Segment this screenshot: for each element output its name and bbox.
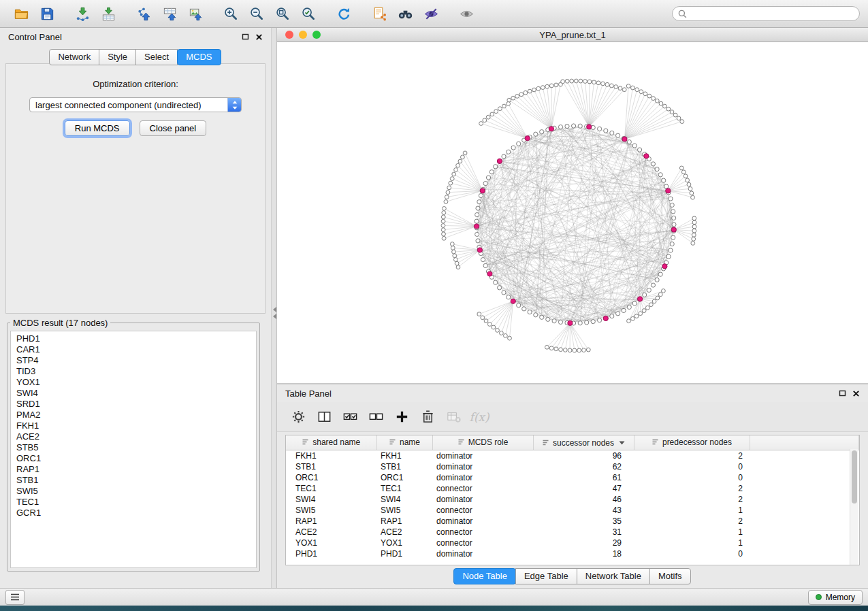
tab-network-table[interactable]: Network Table bbox=[577, 568, 650, 584]
table-cell[interactable]: 2 bbox=[634, 483, 750, 494]
network-leaf-node[interactable] bbox=[483, 118, 487, 122]
network-leaf-node[interactable] bbox=[573, 348, 577, 352]
table-cell[interactable]: 31 bbox=[533, 527, 634, 538]
table-cell[interactable]: ACE2 bbox=[376, 527, 432, 538]
network-leaf-node[interactable] bbox=[692, 225, 696, 229]
network-node[interactable] bbox=[638, 148, 642, 152]
network-leaf-node[interactable] bbox=[515, 95, 519, 99]
float-panel-icon[interactable] bbox=[241, 33, 249, 41]
table-cell[interactable]: dominator bbox=[432, 450, 533, 462]
network-leaf-node[interactable] bbox=[639, 90, 643, 94]
network-node[interactable] bbox=[522, 307, 526, 311]
network-leaf-node[interactable] bbox=[484, 319, 488, 323]
table-cell[interactable]: PHD1 bbox=[376, 548, 432, 559]
table-cell[interactable]: SWI4 bbox=[376, 494, 432, 505]
network-leaf-node[interactable] bbox=[659, 101, 663, 105]
network-leaf-node[interactable] bbox=[442, 236, 446, 240]
hide-selected-button[interactable] bbox=[420, 3, 442, 24]
network-node[interactable] bbox=[647, 288, 651, 292]
mcds-result-item[interactable]: PMA2 bbox=[16, 410, 251, 420]
mcds-result-item[interactable]: TEC1 bbox=[16, 497, 251, 508]
network-leaf-node[interactable] bbox=[532, 88, 536, 92]
table-cell[interactable]: dominator bbox=[432, 548, 533, 559]
network-hub-node[interactable] bbox=[671, 227, 676, 232]
network-node[interactable] bbox=[672, 222, 676, 227]
mcds-result-item[interactable]: GCR1 bbox=[16, 508, 251, 518]
network-leaf-node[interactable] bbox=[454, 168, 458, 172]
network-node[interactable] bbox=[476, 206, 480, 210]
table-cell[interactable]: 47 bbox=[533, 483, 634, 494]
network-hub-node[interactable] bbox=[477, 248, 482, 252]
network-leaf-node[interactable] bbox=[447, 186, 451, 190]
table-row[interactable]: YOX1YOX1connector291 bbox=[286, 538, 859, 548]
network-leaf-node[interactable] bbox=[614, 85, 618, 89]
table-row[interactable]: STB1STB1dominator620 bbox=[286, 461, 859, 472]
network-leaf-node[interactable] bbox=[645, 306, 649, 310]
search-input[interactable] bbox=[690, 8, 854, 19]
mcds-result-item[interactable]: STP4 bbox=[16, 355, 251, 366]
network-leaf-node[interactable] bbox=[461, 155, 465, 159]
float-table-panel-icon[interactable] bbox=[838, 389, 846, 397]
mcds-result-item[interactable]: RAP1 bbox=[16, 464, 251, 475]
table-cell[interactable]: RAP1 bbox=[286, 516, 376, 527]
network-node[interactable] bbox=[477, 200, 481, 204]
network-leaf-node[interactable] bbox=[561, 80, 565, 84]
network-leaf-node[interactable] bbox=[679, 166, 684, 170]
delete-columns-button[interactable] bbox=[416, 407, 439, 427]
network-leaf-node[interactable] bbox=[441, 219, 445, 223]
network-leaf-node[interactable] bbox=[549, 84, 553, 88]
network-graph[interactable] bbox=[277, 42, 868, 383]
table-row[interactable]: SWI5SWI5connector431 bbox=[286, 505, 859, 516]
network-node[interactable] bbox=[552, 319, 556, 323]
network-node[interactable] bbox=[502, 291, 506, 295]
table-cell[interactable]: 2 bbox=[634, 450, 750, 462]
network-node[interactable] bbox=[598, 127, 602, 131]
network-leaf-node[interactable] bbox=[549, 346, 553, 350]
network-node[interactable] bbox=[540, 315, 544, 319]
network-leaf-node[interactable] bbox=[441, 215, 445, 219]
column-header-successor-nodes[interactable]: successor nodes bbox=[533, 435, 634, 450]
tab-network[interactable]: Network bbox=[49, 49, 99, 65]
table-cell[interactable]: 2 bbox=[634, 494, 750, 505]
zoom-in-button[interactable] bbox=[220, 3, 242, 24]
network-leaf-node[interactable] bbox=[486, 115, 490, 119]
memory-button[interactable]: Memory bbox=[808, 590, 863, 605]
network-node[interactable] bbox=[643, 293, 647, 297]
network-leaf-node[interactable] bbox=[627, 319, 631, 323]
table-cell[interactable]: SWI5 bbox=[286, 505, 376, 516]
network-leaf-node[interactable] bbox=[450, 242, 454, 246]
network-node[interactable] bbox=[517, 303, 521, 308]
network-node[interactable] bbox=[670, 242, 674, 246]
network-hub-node[interactable] bbox=[662, 264, 667, 269]
network-leaf-node[interactable] bbox=[554, 83, 558, 87]
export-to-web-button[interactable] bbox=[368, 3, 390, 24]
network-node[interactable] bbox=[507, 295, 511, 299]
tab-motifs[interactable]: Motifs bbox=[649, 568, 691, 584]
network-leaf-node[interactable] bbox=[686, 178, 690, 182]
network-node[interactable] bbox=[534, 313, 538, 317]
network-leaf-node[interactable] bbox=[647, 94, 652, 98]
deselect-all-rows-button[interactable] bbox=[364, 407, 387, 427]
network-leaf-node[interactable] bbox=[677, 116, 681, 120]
network-leaf-node[interactable] bbox=[507, 102, 511, 106]
network-hub-node[interactable] bbox=[549, 127, 553, 131]
table-cell[interactable]: 2 bbox=[634, 516, 750, 527]
network-leaf-node[interactable] bbox=[477, 312, 481, 316]
network-leaf-node[interactable] bbox=[670, 110, 674, 114]
table-cell[interactable]: ORC1 bbox=[286, 472, 376, 483]
close-table-panel-icon[interactable] bbox=[852, 389, 860, 397]
table-cell[interactable]: SWI4 bbox=[286, 494, 376, 505]
network-node[interactable] bbox=[622, 308, 626, 312]
table-cell[interactable]: 96 bbox=[533, 450, 634, 462]
network-leaf-node[interactable] bbox=[681, 170, 686, 174]
network-leaf-node[interactable] bbox=[586, 348, 590, 352]
network-hub-node[interactable] bbox=[666, 188, 671, 193]
network-leaf-node[interactable] bbox=[498, 107, 502, 111]
network-node[interactable] bbox=[627, 140, 631, 144]
table-cell[interactable]: SWI5 bbox=[376, 505, 432, 516]
network-node[interactable] bbox=[591, 320, 595, 324]
network-leaf-node[interactable] bbox=[652, 97, 656, 101]
network-node[interactable] bbox=[662, 178, 666, 182]
network-hub-node[interactable] bbox=[644, 154, 649, 159]
network-leaf-node[interactable] bbox=[601, 82, 605, 86]
